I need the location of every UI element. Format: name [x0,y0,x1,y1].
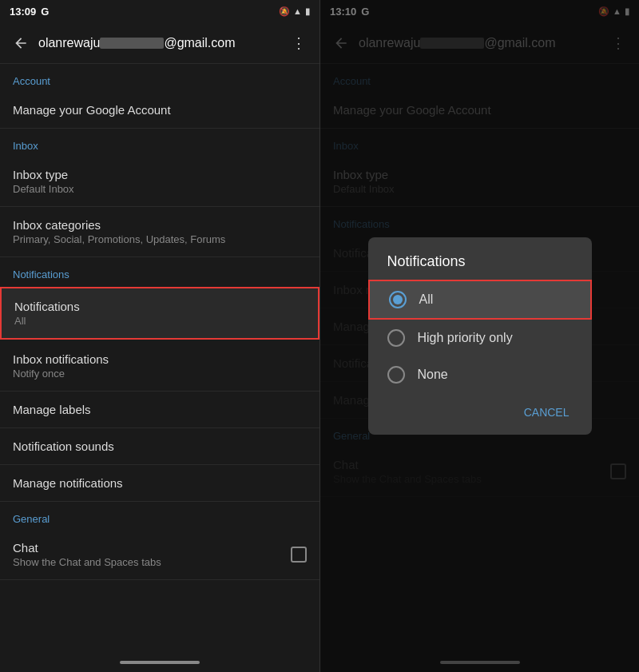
left-back-button[interactable] [6,29,35,58]
left-settings-list: Account Manage your Google Account Inbox… [0,64,320,653]
left-email: olanrewaju@gmail.com [35,36,284,50]
radio-none [387,366,405,384]
left-status-bar: 13:09 G 🔕 ▲ ▮ [0,0,320,22]
battery-icon: ▮ [305,6,310,17]
right-panel: 13:10 G 🔕 ▲ ▮ olanrewaju@gmail.com ⋮ Acc… [320,0,639,672]
left-item-inbox-notifications[interactable]: Inbox notifications Notify once [0,341,320,392]
left-more-button[interactable]: ⋮ [284,29,313,58]
left-item-manage-google[interactable]: Manage your Google Account [0,92,320,129]
left-bottom-indicator [120,661,200,664]
chat-checkbox[interactable] [291,547,307,563]
left-panel: 13:09 G 🔕 ▲ ▮ olanrewaju@gmail.com ⋮ Acc… [0,0,320,672]
left-item-chat[interactable]: Chat Show the Chat and Spaces tabs [0,530,320,580]
left-status-icons: 🔕 ▲ ▮ [279,6,310,17]
left-bottom-bar [0,653,320,672]
dialog-cancel-button[interactable]: Cancel [514,400,579,425]
dialog-option-none-label: None [418,368,448,382]
radio-all [389,291,407,308]
dialog-option-all-label: All [419,292,434,307]
left-section-general: General [0,502,320,530]
left-item-inbox-categories[interactable]: Inbox categories Primary, Social, Promot… [0,207,320,257]
left-carrier: G [41,6,49,18]
left-header: olanrewaju@gmail.com ⋮ [0,22,320,64]
left-item-manage-notifications[interactable]: Manage notifications [0,465,320,502]
dialog-title: Notifications [368,237,592,280]
left-section-inbox: Inbox [0,129,320,157]
dialog-option-high-priority-label: High priority only [418,331,513,345]
left-item-manage-labels[interactable]: Manage labels [0,392,320,428]
left-item-notifications[interactable]: Notifications All [0,287,320,340]
mute-icon: 🔕 [279,6,290,17]
left-time: 13:09 [10,6,36,18]
dialog-option-none[interactable]: None [368,356,592,393]
radio-high-priority [387,329,405,347]
left-section-notifications: Notifications [0,257,320,285]
dialog-actions: Cancel [368,393,592,435]
radio-all-inner [393,295,403,304]
left-item-notification-sounds[interactable]: Notification sounds [0,428,320,465]
left-section-account: Account [0,64,320,92]
signal-icon: ▲ [293,6,302,16]
notifications-dialog: Notifications All High priority only Non… [368,237,592,435]
dialog-option-all[interactable]: All [368,280,592,320]
dialog-overlay: Notifications All High priority only Non… [320,0,639,672]
left-item-inbox-type[interactable]: Inbox type Default Inbox [0,157,320,207]
dialog-option-high-priority[interactable]: High priority only [368,320,592,356]
